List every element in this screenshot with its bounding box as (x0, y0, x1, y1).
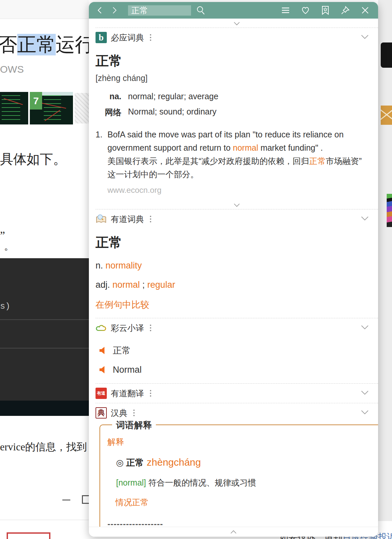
section-label: 必应词典 (111, 32, 144, 43)
dictionary-popup: b 必应词典 正常 [zhèng cháng] na. normal; regu… (89, 2, 378, 537)
code-block-footer (0, 401, 89, 416)
page-top-band (0, 0, 89, 19)
definition-link[interactable]: normal (112, 280, 140, 290)
section-label: 有道翻译 (111, 388, 144, 399)
section-label: 彩云小译 (111, 323, 144, 334)
speaker-icon[interactable] (99, 366, 107, 374)
header-icons (281, 5, 370, 15)
collapse-chevron-icon[interactable] (360, 390, 369, 397)
collapse-chevron-icon[interactable] (360, 34, 369, 41)
step-badge: 7 (30, 92, 42, 110)
terminal-thumbnail[interactable] (0, 92, 28, 124)
entry-marker: ◎ (116, 458, 126, 468)
page-body-text: 具体如下。 (0, 150, 66, 168)
example-zh-text: 市场融资” (326, 156, 361, 166)
example-en-text: government support and return to (107, 143, 233, 152)
back-icon[interactable] (95, 5, 105, 15)
example-zh-line2: 这一计划中的一个部分。 (107, 168, 362, 181)
code-block: s) (0, 258, 89, 401)
popup-content: b 必应词典 正常 [zhèng cháng] na. normal; regu… (89, 19, 378, 537)
kebab-menu-icon[interactable] (148, 323, 153, 333)
search-icon[interactable] (196, 5, 206, 15)
adjective-definition-row: adj. normal ; regular (96, 280, 378, 290)
definition-link[interactable]: regular (147, 280, 175, 290)
kebab-menu-icon[interactable] (148, 214, 153, 224)
pin-icon[interactable] (340, 5, 350, 15)
search-input[interactable] (128, 5, 191, 16)
code-divider (0, 348, 89, 348)
favorite-heart-icon[interactable] (300, 5, 310, 15)
terminal-text-lines (2, 95, 20, 122)
noun-definition-row: n. normality (96, 261, 378, 271)
colorful-image-sliver (387, 194, 392, 227)
menu-icon[interactable] (281, 5, 291, 15)
title-fragment: 否 (0, 34, 17, 55)
example-text: BofA said the move was part of its plan … (107, 128, 362, 181)
section-handian: 典 汉典 词语解释 解释 ◎ 正常 zhèngcháng [normal] 符合… (96, 403, 378, 537)
page-subtitle-fragment: OWS (0, 64, 24, 75)
page-body-text: ervice的信息，找到 (0, 440, 87, 454)
definition-row: 网络 Normal; sound; ordinary (96, 107, 378, 118)
headword: 正常 (96, 233, 378, 252)
part-of-speech: 网络 (96, 107, 121, 118)
section-header: 有道 有道翻译 (96, 384, 378, 403)
selected-text-highlight: 正常 (17, 34, 56, 55)
section-header: 彩云小译 (96, 318, 378, 338)
example-number: 1. (96, 128, 107, 181)
definition-row: na. normal; regular; average (96, 92, 378, 101)
popup-header (89, 2, 378, 19)
close-icon[interactable] (360, 5, 370, 15)
example-zh-highlight: 正常 (309, 156, 326, 166)
separator: ; (140, 280, 148, 290)
example-en-highlight: normal (233, 143, 258, 152)
bookmark-star-icon[interactable] (320, 5, 330, 15)
example-zh-text: 美国银行表示，此举是其“减少对政府援助的依赖，回归 (107, 156, 309, 166)
dark-widget-sliver (381, 42, 392, 68)
page-right-edge (378, 0, 392, 521)
handian-icon: 典 (96, 407, 107, 419)
scroll-down-expander-icon[interactable] (96, 200, 378, 209)
definition-link[interactable]: normality (105, 261, 142, 270)
kebab-menu-icon[interactable] (148, 33, 153, 42)
kebab-menu-icon[interactable] (131, 408, 137, 418)
translation-result-text: Normal (113, 365, 142, 375)
caiyun-cloud-icon (96, 322, 107, 334)
section-header: b 必应词典 (96, 28, 378, 47)
speaker-icon[interactable] (99, 346, 107, 354)
definition-text: 符合一般的情况、规律或习惯 (146, 478, 256, 487)
example-sentence: 1. BofA said the move was part of its pl… (96, 128, 378, 181)
definition-line: [normal] 符合一般的情况、规律或习惯 (116, 477, 375, 488)
entry-pinyin: zhèngcháng (144, 457, 201, 468)
box-legend: 词语解释 (112, 419, 156, 431)
example-en-line1: BofA said the move was part of its plan … (107, 128, 362, 141)
minimize-icon (62, 500, 70, 501)
title-fragment: 运行 (56, 34, 94, 55)
collapse-chevron-icon[interactable] (360, 410, 369, 416)
scroll-up-expander-icon[interactable] (96, 19, 378, 28)
collapse-chevron-icon[interactable] (360, 216, 369, 222)
section-youdao-translate: 有道 有道翻译 (96, 383, 378, 403)
section-header: 有道词典 (96, 209, 378, 229)
compare-examples-link[interactable]: 在例句中比较 (96, 300, 149, 310)
example-source-url: www.ecocn.org (107, 186, 378, 195)
section-youdao-dictionary: 有道词典 正常 n. normality adj. normal ; regul… (96, 209, 378, 311)
terminal-thumbnail[interactable]: 7 (30, 92, 73, 124)
definition-text: Normal; sound; ordinary (128, 107, 217, 118)
usage-link[interactable]: 情况正常 (115, 497, 375, 508)
bing-logo-icon: b (96, 32, 107, 43)
forward-icon[interactable] (109, 5, 119, 15)
jieshi-link[interactable]: 解释 (107, 436, 375, 447)
kebab-menu-icon[interactable] (148, 388, 153, 398)
code-divider (0, 319, 89, 320)
entry-word: 正常 (126, 458, 144, 468)
youdao-dict-book-icon (96, 213, 107, 225)
entry-line: ◎ 正常 zhèngcháng (116, 457, 375, 469)
collapse-chevron-icon[interactable] (360, 325, 369, 331)
example-zh-line1: 美国银行表示，此举是其“减少对政府援助的依赖，回归正常市场融资” (107, 154, 362, 168)
terminal-text-lines (44, 95, 61, 122)
popup-bottom-bar[interactable] (89, 527, 378, 537)
part-of-speech: n. (96, 261, 105, 270)
page-title: 否正常运行 (0, 32, 94, 58)
section-label: 汉典 (111, 408, 127, 419)
english-bracket: [normal] (116, 478, 146, 487)
